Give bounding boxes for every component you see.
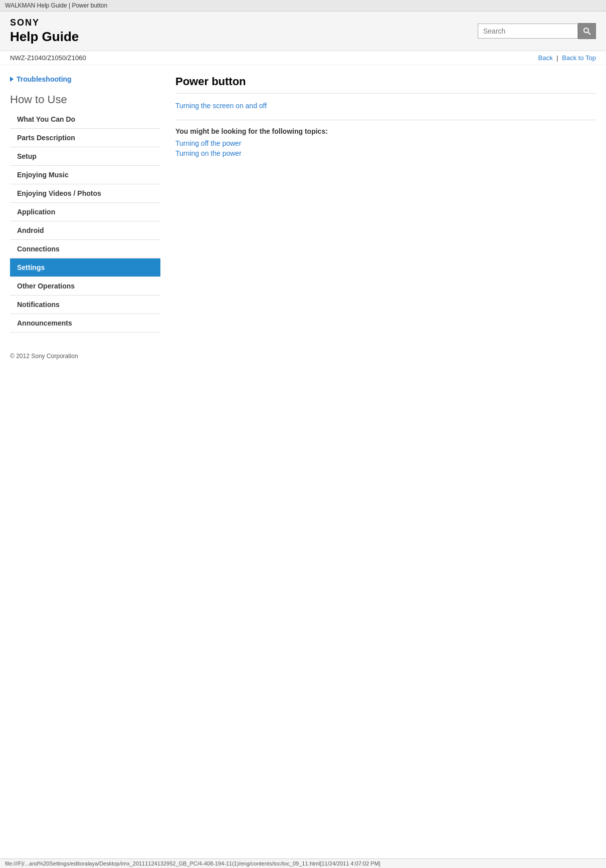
search-button[interactable]: [578, 23, 596, 39]
browser-tab: WALKMAN Help Guide | Power button: [0, 0, 606, 12]
main-content: Power button Turning the screen on and o…: [175, 75, 596, 333]
sidebar-item-settings[interactable]: Settings: [10, 258, 160, 277]
page-heading: Power button: [175, 75, 596, 94]
back-to-top-link[interactable]: Back to Top: [562, 54, 596, 62]
svg-point-0: [584, 28, 588, 33]
sidebar-item-android[interactable]: Android: [10, 221, 160, 240]
you-might-section: You might be looking for the following t…: [175, 120, 596, 157]
topic-link-turning-on[interactable]: Turning on the power: [175, 149, 596, 157]
svg-line-1: [588, 32, 590, 35]
model-number: NWZ-Z1040/Z1050/Z1060: [10, 54, 86, 62]
troubleshooting-label: Troubleshooting: [17, 75, 72, 83]
how-to-use-label: How to Use: [10, 93, 160, 106]
copyright-text: © 2012 Sony Corporation: [10, 353, 78, 360]
sidebar-item-setup[interactable]: Setup: [10, 147, 160, 166]
sidebar-item-application[interactable]: Application: [10, 203, 160, 221]
main-topic-link[interactable]: Turning the screen on and off: [175, 102, 596, 110]
sidebar-item-notifications[interactable]: Notifications: [10, 296, 160, 314]
search-icon: [583, 27, 591, 35]
back-link[interactable]: Back: [538, 54, 553, 62]
search-area: [478, 23, 596, 39]
sidebar-items: What You Can Do Parts Description Setup …: [10, 110, 160, 333]
header: SONY Help Guide: [0, 12, 606, 51]
sidebar-item-parts-description[interactable]: Parts Description: [10, 129, 160, 147]
sidebar-item-what-you-can-do[interactable]: What You Can Do: [10, 110, 160, 129]
sidebar-item-other-operations[interactable]: Other Operations: [10, 277, 160, 296]
troubleshooting-link[interactable]: Troubleshooting: [10, 75, 160, 83]
content-area: Troubleshooting How to Use What You Can …: [0, 65, 606, 343]
sidebar-item-enjoying-videos-photos[interactable]: Enjoying Videos / Photos: [10, 184, 160, 203]
sidebar-item-announcements[interactable]: Announcements: [10, 314, 160, 333]
sony-logo: SONY: [10, 18, 79, 28]
sidebar: Troubleshooting How to Use What You Can …: [10, 75, 160, 333]
nav-links: Back | Back to Top: [538, 54, 596, 62]
header-left: SONY Help Guide: [10, 18, 79, 45]
chevron-right-icon: [10, 77, 14, 82]
nav-separator: |: [556, 54, 558, 62]
footer: © 2012 Sony Corporation: [0, 343, 606, 365]
sidebar-item-enjoying-music[interactable]: Enjoying Music: [10, 166, 160, 184]
help-guide-title: Help Guide: [10, 29, 79, 45]
sidebar-item-connections[interactable]: Connections: [10, 240, 160, 258]
topic-link-turning-off[interactable]: Turning off the power: [175, 139, 596, 147]
nav-bar: NWZ-Z1040/Z1050/Z1060 Back | Back to Top: [0, 51, 606, 65]
tab-title: WALKMAN Help Guide | Power button: [5, 2, 107, 9]
you-might-label: You might be looking for the following t…: [175, 127, 596, 135]
search-input[interactable]: [478, 24, 578, 39]
